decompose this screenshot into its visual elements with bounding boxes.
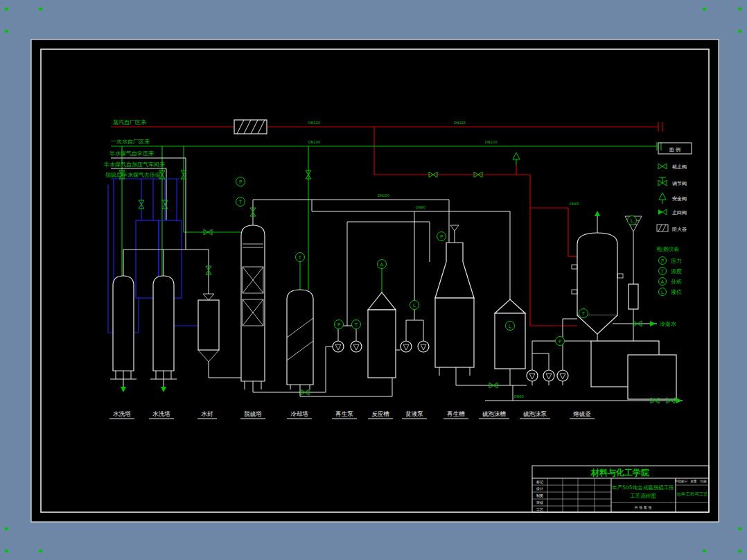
instrument-bubble: T [296,253,305,262]
svg-text:L: L [631,218,633,224]
desulfurization-tower [241,225,265,390]
instrument-bubble: P [335,320,344,329]
legend-item-label: 调节阀 [672,181,687,186]
instrument-bubble: P [437,232,446,241]
instrument-legend-row: T 温度 [659,268,683,275]
feed-label: 脱硫后半水煤气去压缩 [105,172,161,178]
svg-text:压力: 压力 [671,258,682,264]
pipe-tag: DN125 [454,121,466,125]
instrument-bubble: L [628,216,637,225]
legend-title: 图 例 [669,147,680,152]
equipment-label: 水洗塔 [113,410,131,417]
sulfur-foam-pump-2 [543,370,554,381]
field-label: 标记 [536,480,543,484]
feed-label: 一次水自厂区来 [111,139,150,145]
field-label: 工艺 [536,507,543,511]
program-name: 化学工程与工艺 [676,491,708,497]
pipe-tag: DN100 [485,140,497,144]
instrument-legend-row: L 液位 [659,288,683,296]
svg-text:A: A [661,279,665,285]
pipe-tag: DN80 [416,205,425,209]
pipe-tag: DN125 [308,121,320,125]
equipment-label: 硫泡沫泵 [523,410,547,417]
svg-text:A: A [380,262,384,268]
sulfur-foam-pump-1 [527,370,538,381]
equipment-label: 冷却塔 [290,410,308,417]
sheet-count: 共 张 第 张 [635,505,652,510]
pipe-tag: DN80 [514,394,524,399]
equipment-label: 贫液泵 [405,410,423,417]
legend-item-label: 止回阀 [672,210,687,216]
legend-item-label: 安全阀 [672,196,687,202]
equipment-label: 水封 [202,410,214,417]
regeneration-pump-2 [351,341,362,352]
equipment-label: 水洗塔 [152,410,170,417]
instrument-bubble: T [236,198,245,207]
cooling-tower [287,290,313,390]
svg-text:P: P [239,180,242,185]
field-label: 设计 [536,487,543,491]
regeneration-pump-1 [333,341,344,352]
lean-liquid-pump-1 [401,341,412,352]
svg-text:P: P [559,339,561,344]
feed-label: 半水煤气自加压气车间来 [103,161,165,168]
sulfur-foam-tank [495,299,525,369]
field-label: 审核 [536,500,543,505]
equipment-label: 脱硫塔 [244,410,262,417]
pipe-tag: DN100 [308,140,320,144]
equipment-label: 再生泵 [335,410,353,417]
cad-screenshot: P T T A P T L P L P T L DN125 DN125 DN10… [0,0,747,560]
instrument-bubble: A [378,260,387,269]
instrument-bubble: P [556,337,565,346]
drawing-title-line1: 年产505吨合成氨脱硫工段 [611,484,674,491]
equipment-label: 再生槽 [447,410,465,417]
right-field-label: 阶段标记 [675,479,688,484]
equipment-label: 硫泡沫槽 [482,410,507,417]
svg-text:L: L [413,303,416,308]
svg-text:液位: 液位 [671,289,682,295]
svg-text:L: L [661,290,664,295]
svg-text:T: T [660,269,665,274]
svg-text:T: T [581,311,586,317]
instrument-bubble: P [236,177,245,186]
equipment-label: 反应槽 [371,410,389,417]
instrument-legend-row: A 分析 [659,278,683,286]
svg-text:P: P [337,322,340,328]
washing-tower-1 [110,276,137,379]
feed-label: 蒸汽自厂区来 [113,119,146,125]
flame-arrester-icon [234,120,267,134]
reaction-tank [368,292,396,378]
lean-liquid-pump-2 [418,341,429,352]
instrument-legend-title: 检测仪表 [656,246,679,252]
pipe-tag: DN150 [378,193,389,198]
equipment-label: 熔硫釜 [573,410,591,417]
svg-text:P: P [440,234,443,240]
washing-tower-2 [150,276,177,379]
drawing-title-line2: 工艺流程图 [630,493,656,499]
right-field-label: 质量 [691,480,698,483]
school-name: 材料与化工学院 [590,468,649,478]
svg-text:分析: 分析 [671,279,682,285]
svg-text:温度: 温度 [671,268,682,274]
sulfur-foam-pump-3 [557,370,568,381]
svg-text:T: T [238,200,243,205]
instrument-bubble: L [506,322,515,331]
svg-text:T: T [298,255,302,261]
instrument-bubble: T [352,320,361,329]
instrument-bubble: T [579,309,588,318]
feed-label: 半水煤气自常压来 [109,150,154,157]
condensate-label: 冷凝水 [660,321,676,327]
field-label: 制图 [536,493,543,498]
svg-text:T: T [354,322,358,328]
legend-item-label: 截止阀 [672,164,687,170]
svg-text:L: L [509,324,511,329]
instrument-bubble: L [410,301,419,310]
legend-item-label: 阻火器 [672,227,687,232]
cad-canvas: P T T A P T L P L P T L DN125 DN125 DN10… [0,0,747,560]
svg-text:P: P [661,259,664,264]
pipe-tag: DN65 [570,202,579,206]
instrument-legend-row: P 压力 [659,257,683,265]
